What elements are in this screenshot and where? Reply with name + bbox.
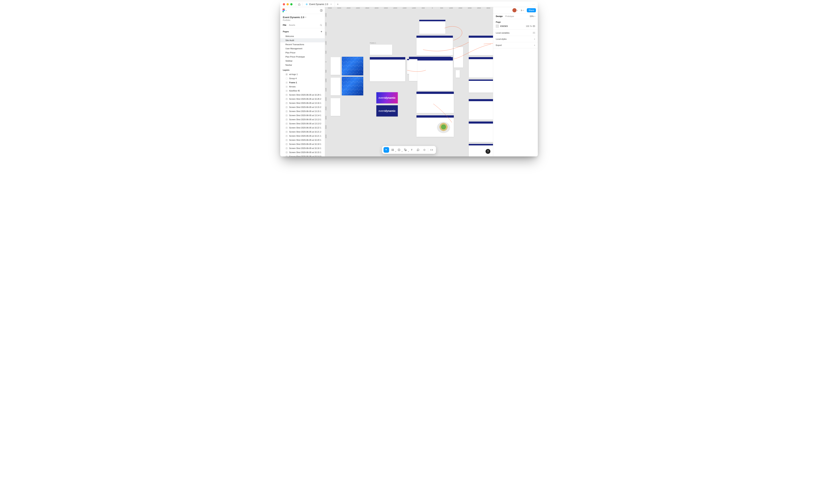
- tab-title: Event Dynamic 2.0: [309, 3, 328, 6]
- layer-item[interactable]: Screen Shot 2020-06-05 at 13.14 1: [280, 113, 325, 117]
- seats-image[interactable]: [342, 57, 363, 75]
- page-item[interactable]: User Management: [280, 46, 325, 51]
- home-button[interactable]: [297, 2, 302, 7]
- brand-logo-gradient[interactable]: eventdynamic: [376, 92, 398, 103]
- canvas-stage[interactable]: Frame 1: [329, 10, 493, 156]
- search-button[interactable]: [320, 24, 322, 26]
- artboard[interactable]: [331, 78, 340, 95]
- screenshot[interactable]: [469, 36, 493, 55]
- new-tab-button[interactable]: +: [335, 3, 340, 6]
- layer-item[interactable]: Screen Shot 2020-06-05 at 10.18 1: [280, 142, 325, 146]
- layer-label: Screen Shot 2020-06-05 at 10.22 1: [289, 127, 321, 129]
- local-variables-row[interactable]: Local variables: [493, 30, 538, 36]
- page-item[interactable]: Recent Transactions: [280, 42, 325, 46]
- close-window-button[interactable]: [283, 3, 285, 5]
- artboard[interactable]: [331, 57, 340, 75]
- brand-light: event: [379, 96, 385, 99]
- image-icon: [285, 106, 288, 108]
- screenshot[interactable]: [469, 99, 493, 120]
- screenshot[interactable]: [469, 80, 493, 93]
- layer-item[interactable]: Autoflow 45: [280, 89, 325, 93]
- layer-item[interactable]: Screen Shot 2020-06-05 at 13.15 2: [280, 105, 325, 109]
- layer-item[interactable]: Screen Shot 2020-06-05 at 10.15 1: [280, 150, 325, 154]
- screenshot[interactable]: [469, 57, 493, 78]
- screenshot[interactable]: [416, 115, 454, 137]
- project-name[interactable]: Portfolio: [283, 19, 322, 21]
- brand-logo-solid[interactable]: eventdynamic: [376, 105, 398, 116]
- layer-item[interactable]: Screen Shot 2020-06-05 at 13.15 1: [280, 109, 325, 113]
- pen-tool[interactable]: ▾: [403, 147, 408, 153]
- close-tab-button[interactable]: ×: [330, 3, 333, 6]
- tab-prototype[interactable]: Prototype: [505, 15, 514, 17]
- screenshot[interactable]: [416, 92, 454, 113]
- minimize-window-button[interactable]: [287, 3, 289, 5]
- page-item[interactable]: Plan Pricer Prototype: [280, 55, 325, 59]
- bg-color-swatch[interactable]: [496, 25, 499, 28]
- add-page-button[interactable]: +: [321, 30, 322, 33]
- frame-tool[interactable]: ▾: [390, 147, 396, 153]
- screenshot[interactable]: [370, 57, 405, 81]
- panel-toggle-button[interactable]: [320, 9, 323, 12]
- canvas-area[interactable]: -5500-5000-4500-4000-3500-3000-2500-2000…: [325, 7, 493, 156]
- layer-item[interactable]: Screen Shot 2020-06-05 at 10.21 2: [280, 130, 325, 134]
- frame-label: Frame 1: [370, 42, 376, 44]
- comment-tool[interactable]: [415, 147, 421, 153]
- visibility-toggle[interactable]: [533, 25, 535, 27]
- tab-design[interactable]: Design: [496, 15, 503, 17]
- zoom-control[interactable]: 15% ▾: [530, 15, 535, 17]
- dev-mode-tool[interactable]: [429, 147, 435, 153]
- layer-item[interactable]: Screen Shot 2020-06-05 at 10.21 1: [280, 134, 325, 138]
- text-tool[interactable]: [409, 147, 415, 153]
- layer-item[interactable]: Screen Shot 2020-06-05 at 10.20 1: [280, 138, 325, 142]
- screenshot[interactable]: [456, 70, 460, 78]
- layer-item[interactable]: Screen Shot 2020-06-05 at 13.13 1: [280, 117, 325, 122]
- main-menu-button[interactable]: ▾: [282, 9, 287, 12]
- move-tool[interactable]: ▾: [384, 147, 389, 153]
- layer-item[interactable]: Screen Shot 2020-06-05 at 10.14 3: [280, 154, 325, 156]
- layer-item[interactable]: Screen Shot 2020-06-05 at 10.26 2: [280, 97, 325, 101]
- present-button[interactable]: ▾: [520, 9, 525, 12]
- screenshot[interactable]: [469, 122, 493, 142]
- screenshot[interactable]: [454, 47, 463, 68]
- bg-hex-input[interactable]: [500, 25, 511, 27]
- screenshot[interactable]: [416, 36, 453, 55]
- layer-item[interactable]: Frame 1: [280, 80, 325, 85]
- file-tab[interactable]: Event Dynamic 2.0 ×: [303, 1, 335, 7]
- layer-item[interactable]: Screen Shot 2020-06-05 at 10.28 1: [280, 93, 325, 97]
- layer-item[interactable]: Group 4: [280, 76, 325, 80]
- artboard[interactable]: [331, 98, 340, 116]
- tab-assets[interactable]: Assets: [289, 24, 295, 27]
- window-more-menu[interactable]: ···: [530, 3, 538, 5]
- tab-file[interactable]: File: [283, 24, 286, 27]
- page-item[interactable]: Site Audit: [280, 38, 325, 42]
- seats-image[interactable]: [342, 77, 363, 95]
- layer-item[interactable]: Screen Shot 2020-06-05 at 13.13 2: [280, 122, 325, 126]
- layer-item[interactable]: Screen Shot 2020-06-05 at 13.16 1: [280, 101, 325, 105]
- maximize-window-button[interactable]: [290, 3, 293, 5]
- layer-item[interactable]: Screen Shot 2020-06-05 at 10.16 1: [280, 146, 325, 150]
- shape-tool[interactable]: ▾: [396, 147, 402, 153]
- actions-tool[interactable]: [422, 147, 427, 153]
- page-item[interactable]: Plan Pricer: [280, 51, 325, 55]
- avatar: [512, 8, 517, 12]
- layer-item[interactable]: ed-logo 1: [280, 72, 325, 76]
- share-button[interactable]: Share: [527, 8, 536, 12]
- ruler-tick: -1000: [409, 7, 418, 10]
- user-menu[interactable]: ▾: [512, 8, 518, 12]
- layer-item[interactable]: Screen Shot 2020-06-05 at 10.22 1: [280, 126, 325, 130]
- file-name[interactable]: Event Dynamic 2.0 ▾: [283, 16, 322, 19]
- help-button[interactable]: ?: [486, 149, 490, 154]
- frame-note[interactable]: Frame 1: [370, 45, 392, 55]
- ruler-tick: 4000: [325, 132, 329, 141]
- page-item[interactable]: Welcome: [280, 34, 325, 38]
- page-item[interactable]: Navbar: [280, 63, 325, 67]
- screenshot[interactable]: [417, 57, 453, 91]
- bg-opacity-value[interactable]: 100: [526, 25, 529, 27]
- page-item[interactable]: Sidebar: [280, 59, 325, 63]
- layer-item[interactable]: Arrows: [280, 85, 325, 89]
- svg-point-23: [286, 94, 287, 95]
- export-row[interactable]: Export +: [493, 42, 538, 48]
- image-icon: [285, 122, 288, 125]
- local-styles-row[interactable]: Local styles +: [493, 36, 538, 42]
- screenshot[interactable]: [419, 20, 445, 34]
